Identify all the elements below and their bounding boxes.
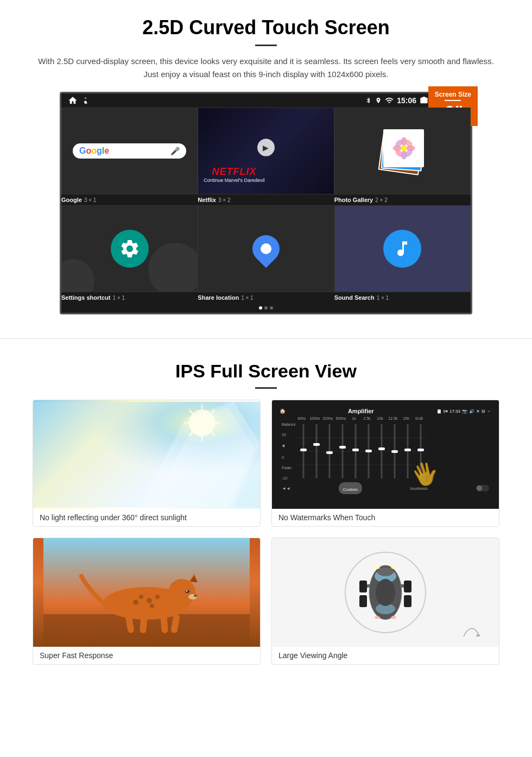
settings-label-size: 1 × 1 [112, 295, 125, 301]
netflix-logo: NETFLIX [204, 166, 264, 178]
app-grid-top: Google 🎤 ▶ NETFLIX Continue Marvel's Dar… [61, 108, 471, 194]
svg-rect-75 [359, 581, 367, 592]
section1-title: 2.5D Curved Touch Screen [33, 16, 499, 39]
google-label-container: Google 3 × 1 [61, 197, 198, 203]
amp-status-icons: 📋9▾17:33📷🔊✕⊟← [436, 409, 491, 414]
sunlight-image [33, 400, 260, 509]
sunlight-caption: No light reflecting under 360° direct su… [33, 509, 260, 526]
dot-1 [259, 306, 262, 310]
svg-point-73 [375, 616, 380, 619]
maps-icon-container: G [250, 232, 282, 265]
title-divider [255, 45, 277, 46]
ips-title-divider [255, 387, 277, 389]
svg-rect-36 [352, 449, 359, 451]
section1-description: With 2.5D curved-display screen, this de… [33, 55, 499, 81]
eq-volume-icon [282, 443, 295, 449]
eq-freq-sub: SUB [413, 417, 425, 420]
app-grid-bottom: G [61, 205, 471, 292]
flower-image [390, 135, 417, 162]
status-left-icons [68, 96, 90, 105]
gallery-label-name: Photo Gallery [334, 197, 373, 203]
eq-level-10: 10 [282, 433, 295, 437]
netflix-label-size: 3 × 2 [218, 197, 231, 203]
eq-freq-60: 60hz [296, 417, 308, 420]
eq-freq-2k: 2.5k [361, 417, 373, 420]
share-label-size: 1 × 1 [241, 295, 254, 301]
dot-2 [264, 306, 268, 310]
google-search-bar[interactable]: Google 🎤 [73, 143, 186, 159]
feature-item-amplifier: 🏠 Amplifier 📋9▾17:33📷🔊✕⊟← 60hz 100hz 200… [271, 400, 499, 527]
svg-point-52 [186, 590, 188, 592]
eq-level-neg10: -10 [282, 476, 295, 480]
app-cell-sound[interactable] [334, 205, 471, 292]
svg-rect-32 [300, 449, 307, 451]
sound-label-name: Sound Search [334, 294, 375, 301]
google-logo: Google [79, 146, 109, 156]
svg-point-71 [375, 566, 380, 569]
gallery-label-container: Photo Gallery 2 × 2 [334, 197, 471, 203]
settings-label-name: Settings shortcut [61, 294, 110, 301]
sound-label-size: 1 × 1 [377, 295, 389, 301]
deco-circle-2 [61, 259, 94, 292]
device-screen: 15:06 [60, 92, 472, 314]
netflix-label-name: Netflix [198, 197, 216, 203]
music-note-icon [392, 239, 412, 258]
app-cell-settings[interactable] [61, 205, 198, 292]
feature-item-car: Large Viewing Angle [271, 538, 499, 665]
eq-sliders-svg [297, 421, 428, 481]
app-cell-gallery[interactable] [334, 108, 471, 194]
eq-freq-500: 500hz [335, 417, 347, 420]
cheetah-caption: Super Fast Response [33, 647, 260, 664]
amp-toggle[interactable] [476, 485, 489, 491]
gear-icon [119, 238, 141, 260]
amp-toggle-thumb [477, 485, 482, 491]
share-label-name: Share location [198, 294, 239, 301]
deco-circle-1 [148, 243, 198, 292]
eq-freq-200: 200hz [322, 417, 334, 420]
eq-freq-12k: 12.5k [387, 417, 399, 420]
svg-rect-76 [404, 581, 411, 592]
car-caption: Large Viewing Angle [272, 647, 499, 664]
eq-freq-100: 100hz [309, 417, 321, 420]
angle-arrow [461, 617, 483, 641]
car-circle-frame [345, 552, 426, 633]
section-divider-hr [0, 338, 532, 339]
eq-level-0: 0 [282, 456, 295, 459]
section-ips: IPS Full Screen View [0, 350, 532, 681]
progress-dots [61, 303, 471, 313]
sound-label-container: Sound Search 1 × 1 [334, 294, 471, 301]
features-grid: No light reflecting under 360° direct su… [33, 400, 499, 665]
feature-item-sunlight: No light reflecting under 360° direct su… [33, 400, 261, 527]
netflix-label-container: Netflix 3 × 2 [198, 197, 334, 203]
settings-label-container: Settings shortcut 1 × 1 [61, 294, 198, 301]
app-cell-netflix[interactable]: ▶ NETFLIX Continue Marvel's Daredevil [198, 108, 334, 194]
svg-rect-33 [313, 443, 320, 446]
home-icon [68, 96, 78, 105]
play-button[interactable]: ▶ [257, 139, 275, 156]
google-label-size: 3 × 1 [84, 197, 97, 203]
sun-glow-svg [33, 400, 260, 509]
svg-point-55 [147, 598, 152, 603]
amp-custom-btn[interactable]: Custom [339, 482, 363, 494]
netflix-subtitle: Continue Marvel's Daredevil [204, 178, 264, 183]
status-time: 15:06 [397, 96, 416, 105]
car-image [272, 538, 499, 647]
google-label-name: Google [61, 197, 82, 203]
svg-point-58 [150, 604, 154, 608]
cheetah-svg [43, 538, 250, 647]
amp-home-icon: 🏠 [280, 408, 286, 414]
svg-rect-34 [326, 451, 333, 454]
svg-point-68 [376, 579, 395, 606]
photo-card-front [383, 129, 424, 167]
microphone-icon[interactable]: 🎤 [170, 147, 180, 155]
sound-icon-circle [383, 230, 421, 268]
section-touch-screen: 2.5D Curved Touch Screen With 2.5D curve… [0, 0, 532, 327]
netflix-logo-area: NETFLIX Continue Marvel's Daredevil [204, 166, 264, 183]
app-cell-google[interactable]: Google 🎤 [61, 108, 198, 194]
app-cell-share[interactable]: G [198, 205, 334, 292]
cheetah-image [33, 538, 260, 647]
camera-icon [420, 96, 428, 105]
badge-divider [445, 100, 461, 101]
svg-point-57 [155, 595, 160, 599]
svg-rect-77 [359, 595, 367, 607]
